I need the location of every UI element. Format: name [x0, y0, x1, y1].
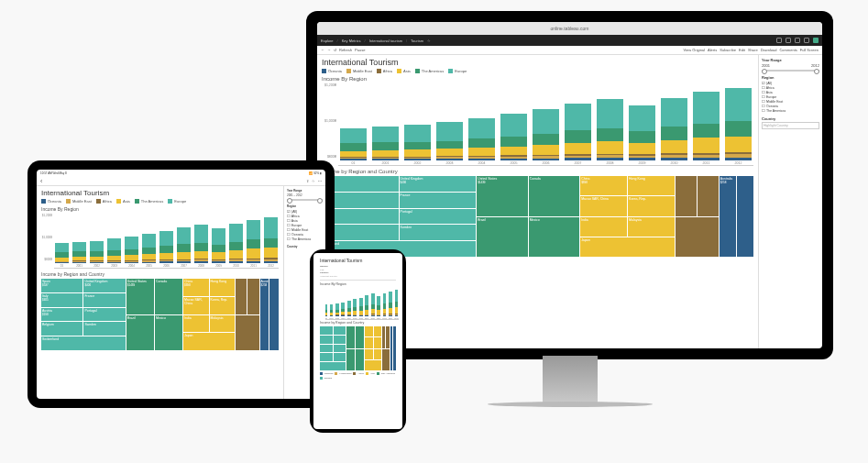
legend-item[interactable]: Asia	[397, 69, 411, 73]
share-icon[interactable]: ⇪	[306, 179, 309, 183]
bar-column[interactable]: 2010	[659, 98, 689, 165]
user-avatar[interactable]	[813, 38, 819, 43]
treemap-cell[interactable]: Portugal	[83, 308, 125, 322]
income-bar-chart[interactable]: $1,200B$1,000B$800B 01200120022003200420…	[322, 83, 753, 166]
treemap-region[interactable]	[320, 326, 346, 370]
legend-item[interactable]: Europe	[320, 377, 332, 380]
undo-button[interactable]: ←	[321, 48, 324, 52]
treemap-cell[interactable]: United Kingdom$406	[83, 279, 125, 292]
bar-column[interactable]: 01	[54, 243, 70, 268]
treemap-cell[interactable]	[374, 326, 381, 336]
treemap-cell[interactable]: Switzerland	[41, 336, 126, 350]
treemap-cell[interactable]	[374, 349, 381, 359]
bar-column[interactable]: 2003	[434, 122, 465, 165]
legend-item[interactable]: Europe	[448, 69, 467, 73]
treemap-cell[interactable]	[334, 345, 346, 353]
search-icon[interactable]	[786, 38, 791, 43]
treemap-cell[interactable]	[365, 349, 372, 359]
treemap-cell[interactable]	[676, 217, 719, 258]
treemap-cell[interactable]: Brazil	[126, 315, 154, 351]
bar-column[interactable]: 2004	[347, 301, 351, 319]
legend-item[interactable]: The Americas	[377, 372, 395, 375]
subscribe-button[interactable]: Subscribe	[720, 48, 736, 52]
legend-item[interactable]: Oceania	[322, 69, 342, 73]
bar-column[interactable]: 2003	[106, 238, 122, 268]
bookmark-icon[interactable]	[776, 38, 782, 43]
bar-column[interactable]: 2012	[263, 217, 279, 268]
treemap-cell[interactable]	[334, 326, 346, 335]
legend-item[interactable]: Africa	[96, 199, 112, 204]
bar-column[interactable]: 01	[338, 128, 368, 165]
phone-filter-summary[interactable]: Region (All) Country Highlight Country	[320, 265, 396, 281]
treemap-cell[interactable]: Spain$537	[41, 279, 82, 292]
legend-item[interactable]: Middle East	[335, 372, 351, 375]
refresh-button[interactable]: Refresh	[339, 48, 352, 52]
treemap-cell[interactable]	[365, 326, 372, 336]
treemap-cell[interactable]: Canada	[155, 279, 182, 314]
treemap-cell[interactable]	[698, 176, 719, 216]
fullscreen-button[interactable]: Full Screen	[800, 48, 819, 52]
treemap-cell[interactable]: Japan	[183, 333, 235, 350]
redo-button[interactable]: →	[327, 48, 331, 52]
treemap-cell[interactable]: Australia$258	[720, 176, 736, 257]
legend-item[interactable]: Africa	[353, 372, 363, 375]
bar-column[interactable]: 2005	[141, 234, 157, 268]
treemap-cell[interactable]: Sweden	[83, 322, 125, 336]
treemap-region[interactable]: United States$1439CanadaBrazilMexico	[126, 279, 182, 350]
treemap-region[interactable]	[676, 176, 719, 257]
help-icon[interactable]	[795, 38, 800, 43]
treemap-cell[interactable]	[356, 349, 364, 371]
more-icon[interactable]: ⋯	[318, 179, 322, 183]
treemap-cell[interactable]: Mexico	[155, 315, 182, 351]
treemap-cell[interactable]	[247, 279, 258, 314]
treemap-region[interactable]: Australia$258	[720, 176, 753, 257]
legend-item[interactable]: Africa	[377, 69, 392, 73]
income-bar-chart[interactable]: 0120012002200320042005200620072008200920…	[320, 287, 396, 320]
treemap-cell[interactable]	[365, 337, 372, 347]
region-checkbox[interactable]: ☐ The Americas	[287, 237, 323, 241]
back-icon[interactable]: ‹	[40, 178, 42, 184]
treemap-cell[interactable]	[346, 326, 355, 348]
favorite-icon[interactable]: ☆	[427, 39, 431, 43]
bar-column[interactable]: 2010	[382, 293, 386, 319]
breadcrumb-item[interactable]: International tourism	[369, 39, 402, 43]
treemap-cell[interactable]	[393, 326, 396, 370]
bar-column[interactable]: 2011	[691, 92, 721, 165]
treemap-cell[interactable]: India	[183, 315, 209, 333]
treemap-region[interactable]: Australia$258	[260, 279, 279, 350]
bar-column[interactable]: 2006	[359, 298, 363, 319]
income-bar-chart[interactable]: $1,200B$1,000B$800B 01200120022003200420…	[41, 214, 279, 269]
treemap-cell[interactable]: United States$1439	[477, 176, 528, 216]
treemap-cell[interactable]: China$398	[183, 279, 209, 296]
alerts-button[interactable]: Alerts	[708, 48, 717, 52]
breadcrumb-item[interactable]: Key Metrics	[342, 39, 361, 43]
bar-column[interactable]: 2008	[595, 99, 625, 165]
view-original-button[interactable]: View Original	[684, 48, 706, 52]
treemap-cell[interactable]: Canada	[529, 176, 580, 216]
treemap-region[interactable]: Spain$537United Kingdom$406Italy$405Fran…	[41, 279, 126, 350]
bar-column[interactable]: 2004	[467, 118, 497, 165]
legend-item[interactable]: Oceania	[41, 199, 61, 204]
treemap-region[interactable]	[382, 326, 390, 370]
bar-column[interactable]: 2010	[228, 224, 244, 268]
bar-column[interactable]: 01	[325, 304, 327, 319]
bar-column[interactable]: 2008	[193, 225, 209, 269]
download-button[interactable]: Download	[761, 48, 777, 52]
browser-url-bar[interactable]: online.tableau.com	[317, 22, 822, 35]
treemap-cell[interactable]: Belgium	[41, 322, 82, 336]
treemap-cell[interactable]: Sweden	[400, 225, 477, 240]
treemap-cell[interactable]	[737, 176, 753, 257]
bar-column[interactable]: 2011	[246, 220, 261, 268]
treemap-cell[interactable]: Hong Kong	[628, 176, 675, 195]
treemap-cell[interactable]	[334, 336, 346, 344]
treemap-cell[interactable]	[356, 326, 364, 348]
treemap-cell[interactable]: Malaysia	[210, 315, 236, 333]
share-button[interactable]: Share	[748, 48, 758, 52]
legend-item[interactable]: Asia	[116, 199, 130, 204]
treemap-cell[interactable]: Italy$405	[41, 293, 82, 307]
bar-column[interactable]: 2003	[341, 303, 345, 319]
treemap-region[interactable]	[365, 326, 380, 370]
treemap-cell[interactable]: Korea, Rep.	[628, 196, 675, 215]
treemap-region[interactable]	[346, 326, 364, 370]
treemap-cell[interactable]: United States$1439	[126, 279, 154, 314]
